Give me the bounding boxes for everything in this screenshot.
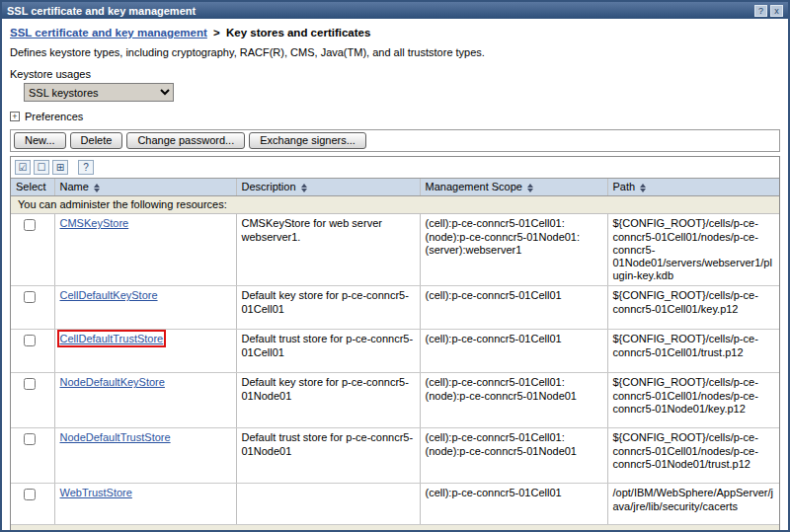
cell-path: ${CONFIG_ROOT}/cells/p-ce-conncr5-01Cell… bbox=[607, 428, 779, 484]
deselect-all-icon[interactable]: ☐ bbox=[34, 160, 49, 175]
window-titlebar: SSL certificate and key management ? x bbox=[2, 2, 788, 19]
keystore-usages-section: Keystore usages SSL keystores bbox=[10, 68, 780, 102]
keystore-link-webtruststore[interactable]: WebTrustStore bbox=[60, 487, 132, 498]
table-caption: You can administer the following resourc… bbox=[11, 196, 779, 214]
row-checkbox[interactable] bbox=[24, 219, 36, 231]
exchange-signers-button[interactable]: Exchange signers... bbox=[249, 132, 366, 149]
cell-management-scope: (cell):p-ce-conncr5-01Cell01 bbox=[420, 330, 607, 373]
page-content: SSL certificate and key management > Key… bbox=[2, 19, 788, 532]
column-header-path[interactable]: Path bbox=[607, 179, 779, 196]
column-header-name-label: Name bbox=[60, 181, 89, 192]
breadcrumb-current-page: Key stores and certificates bbox=[226, 27, 370, 38]
cell-management-scope: (cell):p-ce-conncr5-01Cell01:(node):p-ce… bbox=[420, 428, 607, 484]
table-help-icon[interactable]: ? bbox=[78, 160, 94, 175]
table-row: CellDefaultTrustStore Default trust stor… bbox=[11, 330, 779, 373]
close-icon[interactable]: x bbox=[770, 5, 783, 17]
cell-management-scope: (cell):p-ce-conncr5-01Cell01 bbox=[420, 286, 607, 330]
keystore-link-celldefaulttruststore[interactable]: CellDefaultTrustStore bbox=[60, 333, 164, 344]
table-row: WebTrustStore (cell):p-ce-conncr5-01Cell… bbox=[11, 484, 779, 525]
keystore-link-celldefaultkeystore[interactable]: CellDefaultKeyStore bbox=[60, 289, 158, 301]
table-action-bar: New... Delete Change password... Exchang… bbox=[10, 129, 780, 152]
row-checkbox[interactable] bbox=[24, 291, 36, 303]
keystore-link-cmskeystore[interactable]: CMSKeyStore bbox=[60, 217, 129, 229]
column-header-scope-label: Management Scope bbox=[426, 181, 522, 192]
sort-toggle-icon[interactable] bbox=[527, 184, 533, 192]
cell-description: Default trust store for p-ce-conncr5-01N… bbox=[236, 428, 420, 484]
breadcrumb: SSL certificate and key management > Key… bbox=[10, 27, 780, 38]
row-checkbox[interactable] bbox=[24, 489, 36, 500]
new-button[interactable]: New... bbox=[14, 132, 66, 149]
breadcrumb-link-ssl-management[interactable]: SSL certificate and key management bbox=[10, 27, 207, 38]
table-row: NodeDefaultTrustStore Default trust stor… bbox=[11, 428, 779, 484]
column-header-select: Select bbox=[11, 179, 54, 196]
cell-path: /opt/IBM/WebSphere/AppServer/java/jre/li… bbox=[607, 484, 779, 525]
show-filter-icon[interactable]: ⊞ bbox=[52, 160, 68, 175]
cell-path: ${CONFIG_ROOT}/cells/p-ce-conncr5-01Cell… bbox=[607, 373, 779, 428]
column-header-path-label: Path bbox=[613, 181, 636, 192]
sort-toggle-icon[interactable] bbox=[640, 184, 646, 192]
expand-icon[interactable]: + bbox=[10, 112, 20, 121]
column-header-management-scope[interactable]: Management Scope bbox=[420, 179, 607, 196]
help-icon[interactable]: ? bbox=[754, 5, 767, 17]
breadcrumb-separator: > bbox=[213, 27, 220, 38]
change-password-button[interactable]: Change password... bbox=[126, 132, 245, 149]
cell-description bbox=[236, 484, 420, 525]
table-footer-total: Total 6 bbox=[11, 525, 779, 532]
cell-path: ${CONFIG_ROOT}/cells/p-ce-conncr5-01Cell… bbox=[607, 330, 779, 373]
column-header-description[interactable]: Description bbox=[236, 179, 420, 196]
preferences-section[interactable]: + Preferences bbox=[10, 111, 780, 122]
keystore-usages-select[interactable]: SSL keystores bbox=[24, 83, 174, 102]
cell-description: CMSKeyStore for web server webserver1. bbox=[236, 214, 420, 286]
table-row: CellDefaultKeyStore Default key store fo… bbox=[11, 286, 779, 330]
table-row: NodeDefaultKeyStore Default key store fo… bbox=[11, 373, 779, 428]
page-description: Defines keystore types, including crypto… bbox=[10, 46, 780, 58]
row-checkbox[interactable] bbox=[24, 378, 36, 390]
keystore-link-nodedefaultkeystore[interactable]: NodeDefaultKeyStore bbox=[60, 376, 165, 388]
keystore-link-nodedefaulttruststore[interactable]: NodeDefaultTrustStore bbox=[60, 431, 171, 443]
cell-description: Default key store for p-ce-conncr5-01Cel… bbox=[236, 286, 420, 330]
cell-description: Default trust store for p-ce-conncr5-01C… bbox=[236, 330, 420, 373]
row-checkbox[interactable] bbox=[24, 335, 36, 346]
table-row: CMSKeyStore CMSKeyStore for web server w… bbox=[11, 214, 779, 286]
cell-management-scope: (cell):p-ce-conncr5-01Cell01 bbox=[420, 484, 607, 525]
preferences-label: Preferences bbox=[25, 111, 83, 122]
column-header-description-label: Description bbox=[242, 181, 296, 192]
row-checkbox[interactable] bbox=[24, 433, 36, 445]
window-title: SSL certificate and key management bbox=[7, 5, 751, 17]
cell-path: ${CONFIG_ROOT}/cells/p-ce-conncr5-01Cell… bbox=[607, 214, 779, 286]
cell-path: ${CONFIG_ROOT}/cells/p-ce-conncr5-01Cell… bbox=[607, 286, 779, 330]
cell-management-scope: (cell):p-ce-conncr5-01Cell01:(node):p-ce… bbox=[420, 373, 607, 428]
table-icon-toolbar: ☑ ☐ ⊞ ? bbox=[11, 157, 779, 179]
keystores-table: ☑ ☐ ⊞ ? Select Name Description Manageme… bbox=[10, 156, 780, 532]
cell-management-scope: (cell):p-ce-conncr5-01Cell01:(node):p-ce… bbox=[420, 214, 607, 286]
column-header-name[interactable]: Name bbox=[54, 179, 236, 196]
cell-description: Default key store for p-ce-conncr5-01Nod… bbox=[236, 373, 420, 428]
delete-button[interactable]: Delete bbox=[70, 132, 123, 149]
select-all-icon[interactable]: ☑ bbox=[15, 160, 31, 175]
sort-toggle-icon[interactable] bbox=[94, 184, 100, 192]
app-window: SSL certificate and key management ? x S… bbox=[0, 0, 790, 532]
sort-toggle-icon[interactable] bbox=[301, 184, 307, 192]
keystore-usages-label: Keystore usages bbox=[10, 68, 780, 80]
